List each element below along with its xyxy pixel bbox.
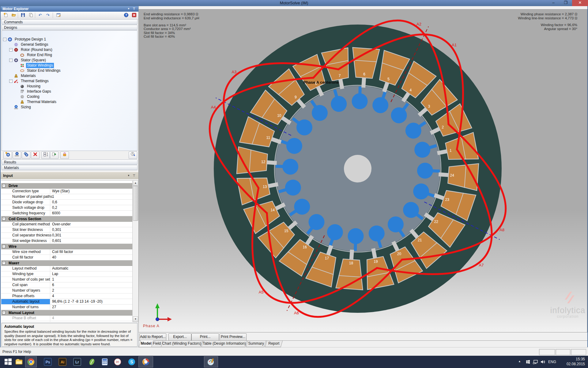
tree-item-rotor-end-ring[interactable]: Rotor End Ring (2, 52, 137, 58)
row-value[interactable]: Automatic (50, 266, 132, 271)
print-button[interactable]: Print... (191, 333, 219, 341)
row-value[interactable]: 1 (50, 277, 132, 282)
export-button[interactable]: Export... (168, 333, 191, 341)
open-button[interactable] (10, 12, 17, 19)
commands-bar[interactable]: Commands (2, 19, 138, 25)
tree-item-stator-end-windings[interactable]: Stator End Windings (2, 68, 137, 73)
scroll-down-icon[interactable]: ▼ (133, 316, 138, 322)
grid-row-number-of-layers[interactable]: Number of layers2 (1, 288, 132, 293)
tree-item-thermal-materials[interactable]: Thermal Materials (2, 99, 137, 105)
close-button[interactable]: ✕ (572, 0, 588, 6)
snipping-tool-taskbar-button[interactable]: ✂ (112, 356, 123, 367)
row-value[interactable]: 96,6% (1 2 -7 -8 13 14 -19 -20) (50, 299, 132, 304)
skype-taskbar-button[interactable]: S (126, 356, 137, 367)
designs-bar[interactable]: Designs (2, 25, 138, 30)
tree-expander-icon[interactable]: − (9, 48, 13, 52)
tree-item-sizing[interactable]: Sizing (2, 105, 137, 110)
grid-row-phase-c-offset[interactable]: Phase C offset4 (1, 321, 132, 322)
grid-row-coil-span[interactable]: Coil span6 (1, 282, 132, 288)
grid-row-wire-size-method[interactable]: Wire size methodCoil fill factor (1, 249, 132, 255)
grid-row-number-of-parallel-paths[interactable]: Number of parallel paths1 (1, 194, 132, 200)
redo-button[interactable]: ↷ (44, 12, 51, 19)
explorer-header[interactable]: Motor Explorer ▼ ⊤ (1, 6, 138, 12)
row-value[interactable]: 0,301 (50, 227, 132, 232)
properties-button[interactable] (55, 12, 62, 19)
calculator-taskbar-button[interactable] (99, 356, 110, 367)
tray-windows-icon[interactable] (526, 359, 530, 364)
grid-section-wire[interactable]: −Wire (1, 244, 132, 249)
tray-language[interactable]: ENG (548, 360, 556, 364)
size-design-button[interactable] (13, 151, 21, 159)
property-grid-scrollbar[interactable]: ▲ ▼ (132, 180, 138, 322)
grid-row-number-of-coils-per-set[interactable]: Number of coils per set1 (1, 277, 132, 282)
tab-summary[interactable]: Summary (246, 341, 266, 347)
chrome-taskbar-button[interactable] (25, 356, 37, 367)
grid-row-phase-b-offset[interactable]: Phase B offset4 (1, 316, 132, 321)
row-value[interactable]: 2 (50, 288, 132, 293)
row-value[interactable]: 0,601 (50, 238, 132, 243)
row-value[interactable]: 40 (50, 255, 132, 260)
close-button[interactable] (130, 12, 138, 19)
grid-row-switching-frequency[interactable]: Switching frequency6000 (1, 211, 132, 216)
grid-row-coil-placement-method[interactable]: Coil placement methodOver-under (1, 222, 132, 227)
tree-expander-icon[interactable]: − (9, 79, 13, 83)
coreldraw-taskbar-button[interactable] (86, 356, 97, 367)
tree-expander-icon[interactable]: − (9, 59, 13, 62)
grid-section-manual-layout[interactable]: −Manual Layout (1, 310, 132, 316)
print-preview-button[interactable]: Print Preview... (220, 333, 247, 341)
paint-taskbar-button[interactable] (204, 356, 218, 367)
input-panel-header[interactable]: Input ▼ ⊤ (1, 172, 138, 179)
tree-item-prototype-design-1[interactable]: −Prototype Design 1 (2, 37, 137, 42)
grid-row-winding-type[interactable]: Winding typeLap (1, 271, 132, 277)
illustrator-taskbar-button[interactable]: Ai (57, 356, 68, 367)
row-value[interactable]: 6 (50, 282, 132, 288)
help-button[interactable]: ? (123, 12, 130, 19)
grid-row-diode-voltage-drop[interactable]: Diode voltage drop0,6 (1, 200, 132, 205)
tab-table-design-information-[interactable]: Table (Design Information) (201, 341, 247, 347)
tree-item-thermal-settings[interactable]: −Thermal Settings (2, 79, 137, 84)
row-value[interactable]: 6000 (50, 211, 132, 216)
lock-button[interactable] (60, 151, 69, 159)
section-expander-icon[interactable]: − (2, 245, 6, 248)
grid-section-coil-cross-section[interactable]: −Coil Cross Section (1, 216, 132, 222)
section-expander-icon[interactable]: − (2, 311, 6, 314)
tray-network-icon[interactable] (533, 359, 538, 364)
tree-item-stator-windings[interactable]: Stator Windings (2, 63, 137, 68)
model-view-canvas[interactable]: 123456789101112131415161718192021222324A… (138, 9, 587, 332)
row-value[interactable]: 1 (50, 194, 132, 199)
scroll-thumb[interactable] (133, 186, 138, 221)
grid-section-drive[interactable]: −Drive (1, 183, 132, 189)
grid-row-slot-wedge-thickness[interactable]: Slot wedge thickness0,601 (1, 238, 132, 244)
row-value[interactable]: Wye (Star) (50, 189, 132, 194)
tree-item-rotor-round-bars-[interactable]: −Rotor (Round bars) (2, 47, 137, 52)
minimize-button[interactable]: – (549, 0, 558, 6)
order-button[interactable]: 1=2 (41, 151, 50, 159)
row-value[interactable]: 4 (50, 321, 132, 322)
results-bar[interactable]: Results (2, 159, 138, 165)
title-bar[interactable]: MotorSolve (IM) – ❐ ✕ (0, 0, 588, 6)
grid-row-automatic-layout[interactable]: Automatic layout96,6% (1 2 -7 -8 13 14 -… (1, 299, 132, 305)
grid-row-coil-fill-factor[interactable]: Coil fill factor40 (1, 255, 132, 260)
new-button[interactable] (2, 12, 9, 19)
photoshop-taskbar-button[interactable]: Ps (42, 356, 53, 367)
export-design-button[interactable] (50, 151, 58, 159)
lightroom-taskbar-button[interactable]: Lr (72, 356, 83, 367)
tray-clock[interactable]: 15:35 02.08.2015 (567, 357, 585, 366)
tree-item-stator-square-[interactable]: −Stator (Square) (2, 58, 137, 63)
tree-expander-icon[interactable]: − (3, 38, 6, 41)
copy-button[interactable] (27, 12, 35, 19)
tray-expand-icon[interactable]: ▲ (518, 360, 521, 363)
restore-button[interactable]: ❐ (561, 0, 570, 6)
tree-item-cooling[interactable]: Cooling (2, 94, 137, 99)
grid-row-slot-liner-thickness[interactable]: Slot liner thickness0,301 (1, 227, 132, 233)
save-button[interactable] (19, 12, 27, 19)
tab-chart-winding-factors-[interactable]: Chart (Winding Factors) (161, 341, 202, 347)
tree-item-materials[interactable]: Materials (2, 73, 137, 79)
row-value[interactable]: 27 (50, 305, 132, 310)
grid-row-coil-separator-thickness[interactable]: Coil separator thickness0,301 (1, 233, 132, 238)
tree-item-interface-gaps[interactable]: Interface Gaps (2, 89, 137, 94)
row-value[interactable]: Over-under (50, 222, 132, 227)
section-expander-icon[interactable]: − (2, 184, 6, 187)
history-button[interactable] (129, 151, 137, 159)
chevron-down-icon[interactable]: ▼ (127, 6, 130, 12)
